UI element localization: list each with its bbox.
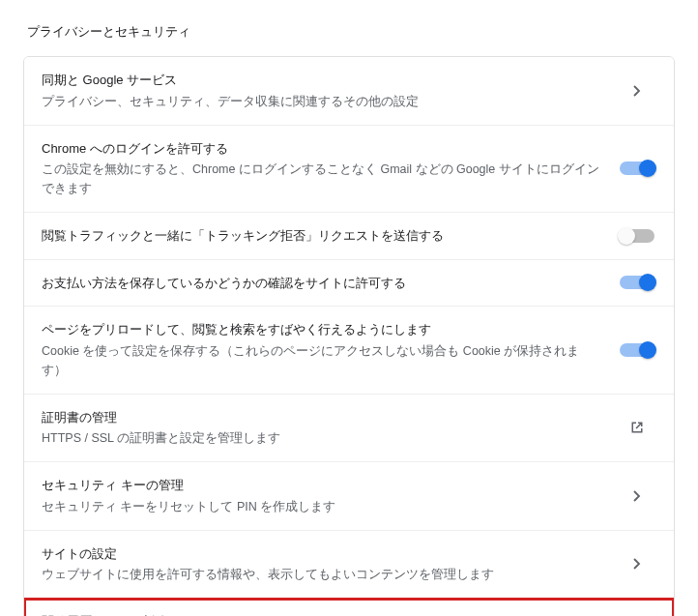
row-text: Chrome へのログインを許可する この設定を無効にすると、Chrome にロ… xyxy=(42,139,618,199)
row-manage-certificates[interactable]: 証明書の管理 HTTPS / SSL の証明書と設定を管理します xyxy=(24,395,674,463)
row-text: 閲覧履歴データの削除 閲覧履歴、Cookie、キャッシュなどを削除します xyxy=(42,612,618,616)
section-title: プライバシーとセキュリティ xyxy=(27,23,675,41)
external-link-icon xyxy=(618,420,656,435)
toggle-preload-pages[interactable] xyxy=(620,343,654,357)
row-title: サイトの設定 xyxy=(42,544,602,564)
row-text: お支払い方法を保存しているかどうかの確認をサイトに許可する xyxy=(42,274,618,293)
row-title: セキュリティ キーの管理 xyxy=(42,476,602,495)
chevron-right-icon xyxy=(618,490,656,502)
row-text: セキュリティ キーの管理 セキュリティ キーをリセットして PIN を作成します xyxy=(42,476,618,516)
settings-panel: 同期と Google サービス プライバシー、セキュリティ、データ収集に関連する… xyxy=(23,56,675,616)
row-desc: この設定を無効にすると、Chrome にログインすることなく Gmail などの… xyxy=(42,160,602,198)
row-text: サイトの設定 ウェブサイトに使用を許可する情報や、表示してもよいコンテンツを管理… xyxy=(42,544,618,585)
row-desc: セキュリティ キーをリセットして PIN を作成します xyxy=(42,497,602,516)
row-title: 同期と Google サービス xyxy=(42,71,602,90)
chevron-right-icon xyxy=(618,558,656,570)
row-desc: HTTPS / SSL の証明書と設定を管理します xyxy=(42,428,602,448)
row-security-key-management[interactable]: セキュリティ キーの管理 セキュリティ キーをリセットして PIN を作成します xyxy=(24,462,674,531)
row-text: ページをプリロードして、閲覧と検索をすばやく行えるようにします Cookie を… xyxy=(42,320,618,380)
row-do-not-track[interactable]: 閲覧トラフィックと一緒に「トラッキング拒否」リクエストを送信する xyxy=(24,213,674,260)
row-sync-google-services[interactable]: 同期と Google サービス プライバシー、セキュリティ、データ収集に関連する… xyxy=(24,57,674,126)
row-title: お支払い方法を保存しているかどうかの確認をサイトに許可する xyxy=(42,274,602,293)
toggle-payment-method-check[interactable] xyxy=(620,276,654,289)
row-clear-browsing-data[interactable]: 閲覧履歴データの削除 閲覧履歴、Cookie、キャッシュなどを削除します xyxy=(24,599,674,616)
row-preload-pages[interactable]: ページをプリロードして、閲覧と検索をすばやく行えるようにします Cookie を… xyxy=(24,307,674,395)
row-title: ページをプリロードして、閲覧と検索をすばやく行えるようにします xyxy=(42,320,602,339)
toggle-allow-chrome-signin[interactable] xyxy=(620,161,654,175)
row-site-settings[interactable]: サイトの設定 ウェブサイトに使用を許可する情報や、表示してもよいコンテンツを管理… xyxy=(24,531,674,600)
chevron-right-icon xyxy=(618,85,656,97)
row-title: 閲覧トラフィックと一緒に「トラッキング拒否」リクエストを送信する xyxy=(42,226,602,246)
row-payment-method-check[interactable]: お支払い方法を保存しているかどうかの確認をサイトに許可する xyxy=(24,260,674,308)
row-desc: ウェブサイトに使用を許可する情報や、表示してもよいコンテンツを管理します xyxy=(42,565,602,584)
row-text: 閲覧トラフィックと一緒に「トラッキング拒否」リクエストを送信する xyxy=(42,226,618,246)
row-allow-chrome-signin[interactable]: Chrome へのログインを許可する この設定を無効にすると、Chrome にロ… xyxy=(24,126,674,214)
row-text: 証明書の管理 HTTPS / SSL の証明書と設定を管理します xyxy=(42,408,618,449)
row-desc: プライバシー、セキュリティ、データ収集に関連するその他の設定 xyxy=(42,92,602,111)
row-title: 証明書の管理 xyxy=(42,408,602,427)
row-text: 同期と Google サービス プライバシー、セキュリティ、データ収集に関連する… xyxy=(42,71,618,111)
toggle-do-not-track[interactable] xyxy=(620,229,654,243)
row-desc: Cookie を使って設定を保存する（これらのページにアクセスしない場合も Co… xyxy=(42,341,602,380)
row-title: Chrome へのログインを許可する xyxy=(42,139,602,159)
row-title: 閲覧履歴データの削除 xyxy=(42,612,602,616)
